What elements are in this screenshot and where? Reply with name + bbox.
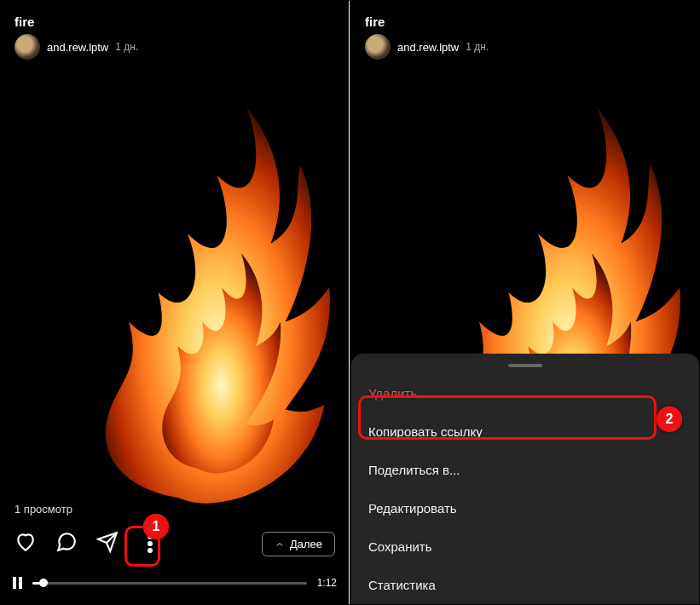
bottom-sheet: Удалить Копировать ссылку Поделиться в..… [351,354,699,604]
menu-copy-link[interactable]: Копировать ссылку [351,412,699,451]
menu-delete[interactable]: Удалить [351,374,699,412]
svg-point-3 [148,549,152,552]
avatar[interactable] [365,34,390,60]
svg-point-2 [148,542,152,545]
menu-stats[interactable]: Статистика [351,566,699,604]
pause-icon[interactable] [13,577,22,589]
video-header: fire and.rew.lptw 1 дн. [14,14,138,60]
panel-menu: fire and.rew.lptw 1 дн. Удалить Копирова… [351,1,699,604]
next-label: Далее [290,538,322,550]
sheet-handle[interactable] [508,364,542,367]
author-row[interactable]: and.rew.lptw 1 дн. [365,34,489,60]
username-label: and.rew.lptw [47,41,108,54]
menu-save[interactable]: Сохранить [351,527,699,566]
timestamp-label: 1 дн. [466,41,489,53]
video-title: fire [365,14,489,29]
menu-edit[interactable]: Редактировать [351,489,699,527]
video-header: fire and.rew.lptw 1 дн. [365,14,489,60]
chevron-up-icon [275,539,285,550]
action-bar [14,531,163,556]
video-title: fire [14,14,138,29]
comment-icon[interactable] [55,531,78,556]
next-button[interactable]: Далее [262,532,335,556]
menu-share[interactable]: Поделиться в... [351,451,699,489]
annotation-marker-1: 1 [143,514,169,539]
duration-label: 1:12 [317,577,337,589]
username-label: and.rew.lptw [397,41,459,54]
playback-bar: 1:12 [13,577,337,589]
annotation-marker-2: 2 [657,406,682,432]
avatar[interactable] [14,34,40,60]
like-icon[interactable] [14,531,37,556]
panel-video: fire and.rew.lptw 1 дн. 1 просмотр 1 [1,1,349,604]
share-icon[interactable] [96,531,119,556]
timestamp-label: 1 дн. [115,41,138,53]
author-row[interactable]: and.rew.lptw 1 дн. [14,34,138,60]
progress-slider[interactable] [32,582,307,585]
views-count: 1 просмотр [14,503,72,516]
